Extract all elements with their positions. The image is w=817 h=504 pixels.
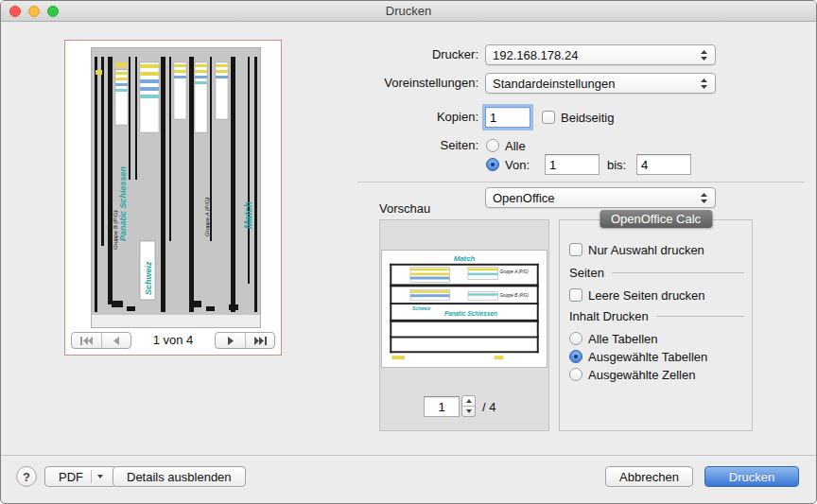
selected-cells-radio[interactable]: [569, 368, 582, 381]
copies-label: Kopien:: [356, 107, 478, 128]
all-tables-radio[interactable]: [569, 332, 582, 345]
last-page-icon: [253, 337, 268, 345]
cancel-label: Abbrechen: [619, 470, 679, 484]
vorschau-label: Vorschau: [379, 201, 430, 216]
selected-tables-label: Ausgewählte Tabellen: [588, 350, 707, 364]
pages-range-row: Von:: [486, 154, 530, 175]
app-section-value: OpenOffice: [486, 191, 697, 205]
button-divider: [91, 470, 92, 483]
pages-all-row: Alle: [486, 135, 526, 156]
pages-all-label: Alle: [505, 139, 526, 153]
printer-select[interactable]: 192.168.178.24: [485, 44, 716, 65]
pages-range-radio[interactable]: [486, 158, 499, 171]
group-a-label: Gruppe A (P/G): [204, 198, 210, 236]
hide-details-label: Details ausblenden: [127, 470, 232, 484]
content-section-label: Inhalt Drucken: [569, 309, 649, 323]
app-section-select[interactable]: OpenOffice: [485, 187, 716, 208]
minimize-button[interactable]: [28, 6, 40, 17]
print-preview-page: Schweiz Panatic Schiessen Match Gruppe A…: [91, 47, 261, 328]
duplex-label: Beidseitig: [561, 111, 614, 125]
print-dialog: Drucken: [0, 0, 817, 504]
content-section-header: Inhalt Drucken: [569, 307, 744, 324]
country-label: Schweiz: [144, 261, 153, 295]
titlebar[interactable]: Drucken: [1, 1, 816, 22]
next-page-button[interactable]: [216, 333, 245, 348]
popup-arrows-icon: [697, 49, 711, 61]
pages-section-header: Seiten: [569, 264, 744, 281]
cancel-button[interactable]: Abbrechen: [605, 466, 693, 487]
pdf-button-label: PDF: [59, 470, 83, 484]
form-separator: [357, 182, 805, 182]
vorschau-page-input[interactable]: [424, 396, 460, 417]
all-tables-label: Alle Tabellen: [588, 332, 657, 346]
duplex-checkbox[interactable]: [542, 111, 555, 124]
printer-value: 192.168.178.24: [486, 48, 697, 62]
event-title: Panatic Schiessen: [118, 165, 128, 241]
section-rule: [656, 316, 744, 317]
calc-panel-title: OpenOffice Calc: [600, 210, 712, 228]
pdf-menu-button[interactable]: PDF: [44, 466, 117, 487]
selection-only-row: Nur Auswahl drucken: [569, 239, 704, 260]
pages-to-label: bis:: [607, 158, 626, 172]
zoom-button[interactable]: [47, 6, 59, 17]
page-stepper: [461, 395, 476, 417]
mini-group-a-label: Gruppe A (P/G): [499, 269, 529, 274]
pages-to-label-row: bis:: [607, 154, 626, 175]
page-total-row: / 4: [482, 396, 495, 417]
pages-label: Seiten:: [356, 135, 478, 156]
selection-only-label: Nur Auswahl drucken: [588, 243, 704, 257]
stepper-up-button[interactable]: [462, 396, 475, 407]
popup-arrows-icon: [697, 78, 711, 90]
sheet-title: Match: [243, 201, 253, 229]
page-total-label: / 4: [482, 400, 495, 414]
print-button[interactable]: Drucken: [704, 466, 799, 487]
print-preview-area: Schweiz Panatic Schiessen Match Gruppe A…: [64, 40, 282, 356]
print-empty-label: Leere Seiten drucken: [588, 288, 705, 303]
traffic-lights: [9, 6, 59, 17]
next-page-icon: [226, 337, 235, 345]
mini-sheet-title: Match: [454, 254, 476, 263]
mini-group-b-label: Gruppe B (P/G): [499, 293, 529, 298]
calc-options-panel: OpenOffice Calc Nur Auswahl drucken Seit…: [559, 219, 753, 431]
preview-nav-forward-group: [215, 332, 275, 349]
pages-from-input[interactable]: [545, 154, 600, 175]
presets-label: Voreinstellungen:: [356, 73, 478, 94]
selected-tables-radio[interactable]: [569, 350, 582, 363]
pages-section-label: Seiten: [569, 266, 604, 280]
chevron-down-icon: [97, 475, 103, 478]
mini-event-title: Panatic Schiessen: [444, 310, 497, 317]
popup-arrows-icon: [697, 192, 711, 204]
section-rule: [612, 272, 744, 273]
help-button[interactable]: ?: [16, 466, 37, 487]
arrow-down-icon: [466, 409, 472, 413]
window-title: Drucken: [1, 1, 816, 22]
print-label: Drucken: [729, 470, 774, 484]
vorschau-page-thumbnail: Match Gruppe A (P/G) Gruppe B (P/G) Pana…: [381, 250, 548, 368]
mini-country-label: Schweiz: [412, 306, 431, 311]
selected-cells-row: Ausgewählte Zellen: [569, 364, 695, 385]
selected-cells-label: Ausgewählte Zellen: [588, 368, 695, 382]
pages-to-input[interactable]: [636, 154, 691, 175]
copies-input[interactable]: [485, 107, 530, 128]
last-page-button[interactable]: [245, 333, 274, 348]
presets-select[interactable]: Standardeinstellungen: [485, 73, 716, 94]
hide-details-button[interactable]: Details ausblenden: [113, 466, 246, 487]
selection-only-checkbox[interactable]: [569, 243, 582, 256]
vorschau-panel: Match Gruppe A (P/G) Gruppe B (P/G) Pana…: [379, 219, 549, 431]
close-button[interactable]: [9, 6, 21, 17]
duplex-row: Beidseitig: [542, 107, 614, 128]
print-empty-row: Leere Seiten drucken: [569, 285, 705, 305]
footer-separator: [1, 455, 816, 456]
presets-value: Standardeinstellungen: [486, 77, 697, 91]
print-empty-checkbox[interactable]: [569, 288, 582, 302]
pages-from-label: Von:: [505, 158, 530, 172]
pages-all-radio[interactable]: [486, 139, 499, 152]
arrow-up-icon: [466, 399, 472, 403]
stepper-down-button[interactable]: [462, 407, 475, 416]
group-b-label: Gruppe B (P/G): [113, 210, 118, 250]
printer-label: Drucker:: [356, 44, 478, 65]
